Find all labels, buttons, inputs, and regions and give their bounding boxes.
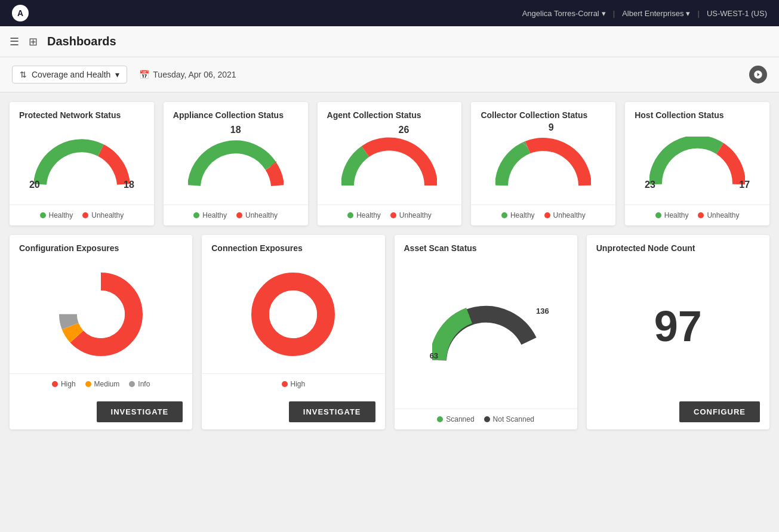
healthy-dot <box>501 212 507 218</box>
gauge-host: 23 17 <box>649 137 745 190</box>
legend-high: High <box>282 380 306 388</box>
card-collector-collection-status: Collector Collection Status 9 Heal <box>471 102 615 225</box>
healthy-label: Healthy <box>202 211 227 219</box>
configure-button[interactable]: CONFIGURE <box>679 401 760 422</box>
scanned-label: Scanned <box>446 415 474 423</box>
card-body-agent: 26 <box>318 125 462 205</box>
investigate-button-config[interactable]: INVESTIGATE <box>97 401 183 422</box>
high-dot <box>282 381 288 387</box>
legend-scanned: Scanned <box>437 415 474 423</box>
legend-healthy: Healthy <box>193 211 227 219</box>
high-label: High <box>291 380 306 388</box>
unhealthy-label: Unhealthy <box>91 211 124 219</box>
card-connection-exposures: Connection Exposures High INVESTIGATE <box>202 235 384 429</box>
legend-medium: Medium <box>85 380 120 388</box>
grid-icon[interactable]: ⊞ <box>29 35 38 48</box>
card-title-config-exp: Configuration Exposures <box>10 235 192 258</box>
card-action-config-exp: INVESTIGATE <box>10 394 192 429</box>
card-protected-network-status: Protected Network Status 20 18 Health <box>10 102 154 225</box>
investigate-button-conn[interactable]: INVESTIGATE <box>289 401 375 422</box>
dropdown-label: Coverage and Health <box>32 70 110 79</box>
card-body-conn-exp <box>202 258 384 373</box>
legend-info: Info <box>129 380 150 388</box>
medium-dot <box>85 381 91 387</box>
legend-healthy: Healthy <box>501 211 535 219</box>
unhealthy-label: Unhealthy <box>399 211 432 219</box>
not-scanned-label: Not Scanned <box>493 415 534 423</box>
card-title-asset-scan: Asset Scan Status <box>395 235 577 258</box>
healthy-dot <box>193 212 199 218</box>
card-footer-protected-network: Healthy Unhealthy <box>10 205 154 225</box>
menu-icon[interactable]: ☰ <box>10 35 19 48</box>
healthy-label: Healthy <box>510 211 535 219</box>
unhealthy-label: Unhealthy <box>707 211 739 219</box>
dashboard-dropdown[interactable]: ⇅ Coverage and Health ▾ <box>12 66 127 83</box>
card-body-asset-scan: 63 136 <box>395 258 577 409</box>
calendar-icon: 📅 <box>139 70 149 79</box>
settings-icon[interactable] <box>749 66 767 83</box>
gauge-top-value: 9 <box>549 122 554 133</box>
user-name: Angelica Torres-Corral <box>522 9 599 18</box>
card-appliance-collection-status: Appliance Collection Status 18 <box>164 102 308 225</box>
card-footer-host: Healthy Unhealthy <box>625 205 769 225</box>
page-title: Dashboards <box>47 35 116 48</box>
legend-healthy: Healthy <box>347 211 381 219</box>
main-content: Protected Network Status 20 18 Health <box>0 92 779 439</box>
app-logo: A <box>12 5 29 21</box>
scanned-value: 63 <box>430 351 438 360</box>
org-dropdown-icon[interactable]: ▾ <box>686 9 690 18</box>
date-label: Tuesday, Apr 06, 2021 <box>153 70 236 79</box>
info-label: Info <box>138 380 150 388</box>
not-scanned-dot <box>484 416 490 422</box>
unhealthy-label: Unhealthy <box>245 211 278 219</box>
topbar-org[interactable]: Albert Enterprises ▾ <box>622 9 690 18</box>
gauge-right-value: 17 <box>739 180 750 190</box>
card-asset-scan-status: Asset Scan Status 63 136 <box>395 235 577 429</box>
unhealthy-dot <box>82 212 88 218</box>
region-label: US-WEST-1 (US) <box>707 9 767 18</box>
card-action-conn-exp: INVESTIGATE <box>202 394 384 429</box>
gauge-asset-scan: 63 136 <box>432 305 540 365</box>
gauge-right-value: 18 <box>124 180 134 190</box>
legend-healthy: Healthy <box>655 211 689 219</box>
org-name: Albert Enterprises <box>622 9 683 18</box>
card-title-unprotected-node: Unprotected Node Count <box>587 235 769 258</box>
card-body-host: 23 17 <box>625 125 769 205</box>
gauge-agent: 26 <box>341 137 437 190</box>
card-title-agent: Agent Collection Status <box>318 102 462 125</box>
healthy-label: Healthy <box>49 211 73 219</box>
gauge-appliance: 18 <box>188 137 284 190</box>
user-dropdown-icon[interactable]: ▾ <box>602 9 606 18</box>
secondbar: ☰ ⊞ Dashboards <box>0 26 779 57</box>
legend-high: High <box>52 380 76 388</box>
legend-unhealthy: Unhealthy <box>390 211 432 219</box>
card-footer-conn-exp: High <box>202 373 384 394</box>
not-scanned-value: 136 <box>536 307 549 316</box>
divider1: | <box>613 9 615 18</box>
gauge-collector: 9 <box>495 137 591 190</box>
card-footer-config-exp: High Medium Info <box>10 373 192 394</box>
legend-unhealthy: Unhealthy <box>236 211 278 219</box>
card-title-conn-exp: Connection Exposures <box>202 235 384 258</box>
unhealthy-dot <box>544 212 550 218</box>
high-dot <box>52 381 58 387</box>
date-display: 📅 Tuesday, Apr 06, 2021 <box>139 70 236 79</box>
card-row-2: Configuration Exposures <box>10 235 769 429</box>
unhealthy-dot <box>698 212 704 218</box>
legend-unhealthy: Unhealthy <box>82 211 124 219</box>
card-body-config-exp <box>10 258 192 373</box>
card-action-unprotected-node: CONFIGURE <box>587 394 769 429</box>
healthy-dot <box>347 212 353 218</box>
card-body-unprotected-node: 97 <box>587 258 769 394</box>
donut-conn-exp <box>248 270 338 359</box>
topbar-user[interactable]: Angelica Torres-Corral ▾ <box>522 9 606 18</box>
card-host-collection-status: Host Collection Status 23 17 Healthy <box>625 102 769 225</box>
divider2: | <box>697 9 699 18</box>
gauge-protected-network: 20 18 <box>34 137 130 190</box>
card-footer-asset-scan: Scanned Not Scanned <box>395 409 577 429</box>
unprotected-count: 97 <box>654 305 702 348</box>
card-row-1: Protected Network Status 20 18 Health <box>10 102 769 225</box>
unhealthy-label: Unhealthy <box>553 211 586 219</box>
high-label: High <box>61 380 76 388</box>
card-body-protected-network: 20 18 <box>10 125 154 205</box>
